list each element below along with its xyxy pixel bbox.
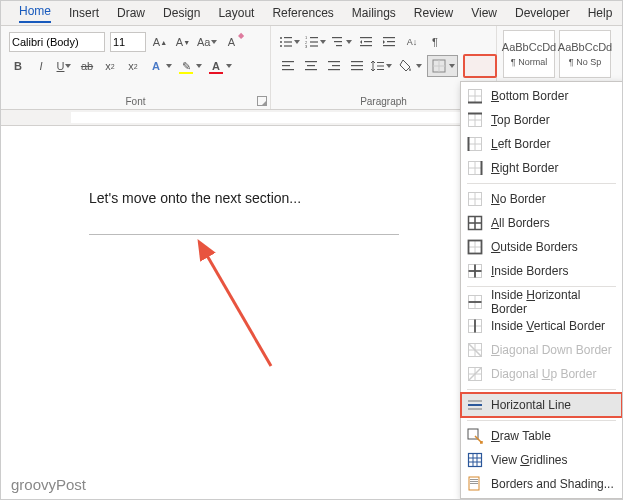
font-size-select[interactable] [110,32,146,52]
top-icon [467,112,483,128]
align-left-icon[interactable] [279,57,297,75]
decrease-indent-icon[interactable] [357,33,375,51]
font-name-select[interactable] [9,32,105,52]
svg-rect-5 [284,45,292,46]
svg-rect-20 [383,45,395,46]
menu-separator [467,183,616,184]
border-menu-label: Diagonal Down Border [491,343,612,357]
svg-point-2 [280,41,282,43]
tab-design[interactable]: Design [163,6,200,20]
italic-button[interactable]: I [32,57,50,75]
border-menu-label: Inside Borders [491,264,568,278]
align-right-icon[interactable] [325,57,343,75]
border-menu-label: Top Border [491,113,550,127]
border-menu-diagdown: Diagonal Down Border [461,338,622,362]
border-menu-top[interactable]: Top Border [461,108,622,132]
border-menu-label: No Border [491,192,546,206]
multilevel-list-icon[interactable] [331,33,352,51]
border-menu-bottom[interactable]: Bottom Border [461,84,622,108]
svg-rect-24 [305,61,317,62]
align-center-icon[interactable] [302,57,320,75]
numbering-icon[interactable]: 123 [305,33,326,51]
drawtable-icon [467,428,483,444]
subscript-button[interactable]: x2 [101,57,119,75]
border-menu-label: Left Border [491,137,550,151]
svg-rect-1 [284,37,292,38]
diagdown-icon [467,342,483,358]
svg-rect-21 [282,61,294,62]
tab-view[interactable]: View [471,6,497,20]
inside-icon [467,263,483,279]
border-menu-right[interactable]: Right Border [461,156,622,180]
svg-text:3: 3 [305,44,308,49]
show-marks-icon[interactable]: ¶ [426,33,444,51]
svg-rect-102 [470,483,478,484]
border-menu-hline[interactable]: Horizontal Line [461,393,622,417]
change-case-icon[interactable]: Aa [197,33,217,51]
underline-button[interactable]: U [55,57,73,75]
clear-format-icon[interactable]: A◆ [222,33,240,51]
text-effects-button[interactable]: A [147,57,172,75]
tab-review[interactable]: Review [414,6,453,20]
border-menu-outside[interactable]: Outside Borders [461,235,622,259]
tab-mailings[interactable]: Mailings [352,6,396,20]
ribbon-tabs: HomeInsertDrawDesignLayoutReferencesMail… [1,1,622,26]
border-menu-shading[interactable]: Borders and Shading... [461,472,622,496]
line-spacing-icon[interactable] [371,57,392,75]
svg-rect-100 [470,479,478,480]
svg-rect-25 [307,65,315,66]
increase-indent-icon[interactable] [380,33,398,51]
justify-icon[interactable] [348,57,366,75]
none-icon [467,191,483,207]
right-icon [467,160,483,176]
tab-developer[interactable]: Developer [515,6,570,20]
shrink-font-icon[interactable]: A▼ [174,33,192,51]
strikethrough-button[interactable]: ab [78,57,96,75]
highlight-button[interactable]: ✎ [177,57,202,75]
border-menu-insidev[interactable]: Inside Vertical Border [461,314,622,338]
tab-home[interactable]: Home [19,4,51,23]
superscript-button[interactable]: x2 [124,57,142,75]
border-menu-none[interactable]: No Border [461,187,622,211]
sort-icon[interactable]: A↓ [403,33,421,51]
tab-insert[interactable]: Insert [69,6,99,20]
border-menu-label: Horizontal Line [491,398,571,412]
style-box-1[interactable]: AaBbCcDd¶ No Sp [559,30,611,78]
style-box-0[interactable]: AaBbCcDd¶ Normal [503,30,555,78]
group-paragraph-label: Paragraph [279,96,488,109]
font-color-button[interactable]: A [207,57,232,75]
gridlines-icon [467,452,483,468]
border-menu-drawtable[interactable]: Draw Table [461,424,622,448]
watermark: groovyPost [11,476,86,493]
svg-rect-32 [351,69,363,70]
borders-dropdown: Bottom BorderTop BorderLeft BorderRight … [460,81,623,499]
tab-help[interactable]: Help [588,6,613,20]
svg-rect-19 [387,41,395,42]
border-menu-label: View Gridlines [491,453,568,467]
border-menu-insideh[interactable]: Inside Horizontal Border [461,290,622,314]
border-menu-left[interactable]: Left Border [461,132,622,156]
svg-rect-3 [284,41,292,42]
borders-button[interactable] [427,55,458,77]
grow-font-icon[interactable]: A▲ [151,33,169,51]
tab-layout[interactable]: Layout [218,6,254,20]
svg-rect-23 [282,69,294,70]
font-dialog-launcher[interactable] [257,96,267,106]
svg-rect-29 [328,69,340,70]
bullets-icon[interactable] [279,33,300,51]
svg-rect-16 [364,41,372,42]
svg-rect-18 [383,37,395,38]
svg-point-4 [280,45,282,47]
tab-draw[interactable]: Draw [117,6,145,20]
document-text: Let's move onto the next section... [89,190,301,206]
menu-separator [467,389,616,390]
insideh-icon [467,294,483,310]
border-menu-inside[interactable]: Inside Borders [461,259,622,283]
svg-rect-11 [310,45,318,46]
shading-button[interactable] [397,57,422,75]
tab-references[interactable]: References [272,6,333,20]
svg-rect-7 [310,37,318,38]
border-menu-gridlines[interactable]: View Gridlines [461,448,622,472]
bold-button[interactable]: B [9,57,27,75]
border-menu-all[interactable]: All Borders [461,211,622,235]
